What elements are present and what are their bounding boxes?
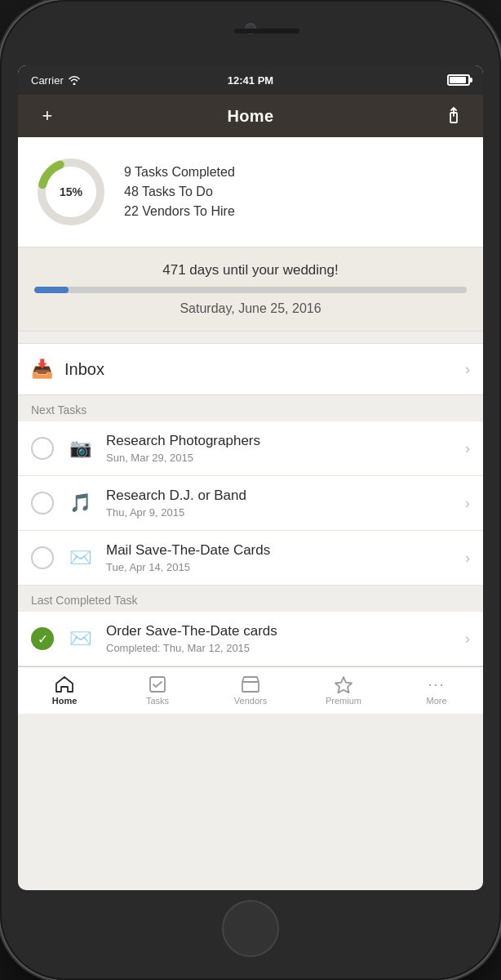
stats-text: 9 Tasks Completed 48 Tasks To Do 22 Vend… [124, 165, 235, 219]
task-icon-mail: ✉️ [65, 543, 95, 572]
tab-bar: Home Tasks Vendors [18, 666, 483, 714]
tab-vendors-label: Vendors [234, 696, 267, 706]
task-info: Mail Save-The-Date Cards Tue, Apr 14, 20… [106, 542, 454, 573]
task-info: Order Save-The-Date cards Completed: Thu… [106, 623, 454, 654]
task-chevron-icon: › [465, 550, 470, 567]
tasks-todo-stat: 48 Tasks To Do [124, 185, 235, 199]
premium-icon [334, 675, 353, 693]
wifi-icon [68, 75, 81, 85]
stats-section: 15% 9 Tasks Completed 48 Tasks To Do 22 … [18, 137, 483, 247]
inbox-label: Inbox [64, 360, 454, 379]
tab-home[interactable]: Home [18, 667, 111, 714]
task-completed-checkbox[interactable]: ✓ [31, 627, 54, 650]
vendors-stat: 22 Vendors To Hire [124, 204, 235, 219]
svg-rect-3 [150, 677, 165, 692]
nav-bar: + Home [18, 95, 483, 137]
phone-frame: Carrier 12:41 PM + Home [0, 0, 501, 980]
task-date: Completed: Thu, Mar 12, 2015 [106, 642, 454, 654]
task-title: Research Photographers [106, 433, 454, 449]
phone-screen: Carrier 12:41 PM + Home [18, 65, 483, 890]
donut-chart: 15% [34, 155, 108, 229]
svg-marker-6 [335, 677, 352, 693]
main-content: 15% 9 Tasks Completed 48 Tasks To Do 22 … [18, 137, 483, 666]
status-right [447, 74, 470, 86]
task-icon-photographer: 📷 [65, 434, 95, 463]
tab-home-label: Home [52, 696, 78, 706]
carrier-label: Carrier [31, 74, 64, 87]
share-icon [445, 106, 463, 126]
task-title: Research D.J. or Band [106, 488, 454, 504]
inbox-chevron-icon: › [465, 361, 470, 378]
tab-tasks[interactable]: Tasks [111, 667, 204, 714]
task-chevron-icon: › [465, 440, 470, 457]
battery-icon [447, 74, 470, 86]
tasks-icon [149, 675, 166, 693]
tab-premium-label: Premium [326, 696, 361, 706]
status-time: 12:41 PM [228, 74, 273, 87]
tab-vendors[interactable]: Vendors [204, 667, 297, 714]
wedding-date: Saturday, June 25, 2016 [34, 301, 467, 316]
task-date: Tue, Apr 14, 2015 [106, 561, 454, 573]
task-info: Research Photographers Sun, Mar 29, 2015 [106, 433, 454, 464]
donut-label: 15% [60, 185, 82, 198]
share-button[interactable] [439, 101, 468, 131]
task-chevron-icon: › [465, 630, 470, 648]
progress-bar-fill [34, 287, 69, 293]
countdown-section: 471 days until your wedding! Saturday, J… [18, 247, 483, 332]
task-title: Mail Save-The-Date Cards [106, 542, 454, 559]
task-row[interactable]: 🎵 Research D.J. or Band Thu, Apr 9, 2015… [18, 476, 483, 531]
home-icon [55, 675, 74, 693]
home-button[interactable] [222, 900, 279, 957]
task-icon-completed: ✉️ [65, 624, 95, 653]
countdown-text: 471 days until your wedding! [34, 262, 467, 278]
task-chevron-icon: › [465, 495, 470, 512]
add-button[interactable]: + [33, 101, 62, 131]
inbox-row[interactable]: 📥 Inbox › [18, 343, 483, 395]
tab-tasks-label: Tasks [146, 696, 169, 706]
tasks-completed-stat: 9 Tasks Completed [124, 165, 235, 180]
progress-bar [34, 287, 467, 293]
inbox-icon: 📥 [31, 359, 53, 380]
completed-task-row[interactable]: ✓ ✉️ Order Save-The-Date cards Completed… [18, 612, 483, 666]
more-dots-icon: ··· [428, 676, 445, 693]
task-checkbox[interactable] [31, 437, 54, 460]
task-checkbox[interactable] [31, 492, 54, 514]
status-left: Carrier [31, 74, 81, 87]
tab-premium[interactable]: Premium [297, 667, 390, 714]
vendors-icon [241, 675, 260, 693]
tab-more[interactable]: ··· More [390, 667, 483, 714]
svg-rect-4 [242, 682, 259, 692]
next-tasks-label: Next Tasks [18, 395, 483, 421]
page-title: Home [228, 107, 274, 126]
status-bar: Carrier 12:41 PM [18, 65, 483, 95]
task-title: Order Save-The-Date cards [106, 623, 454, 639]
task-row[interactable]: 📷 Research Photographers Sun, Mar 29, 20… [18, 421, 483, 476]
task-info: Research D.J. or Band Thu, Apr 9, 2015 [106, 488, 454, 519]
completed-tasks-label: Last Completed Task [18, 586, 483, 612]
task-icon-dj: 🎵 [65, 488, 95, 518]
battery-fill [450, 77, 466, 83]
speaker [234, 29, 299, 33]
task-date: Sun, Mar 29, 2015 [106, 452, 454, 464]
task-row[interactable]: ✉️ Mail Save-The-Date Cards Tue, Apr 14,… [18, 531, 483, 586]
task-checkbox[interactable] [31, 546, 54, 569]
task-date: Thu, Apr 9, 2015 [106, 506, 454, 519]
tab-more-label: More [426, 696, 446, 706]
